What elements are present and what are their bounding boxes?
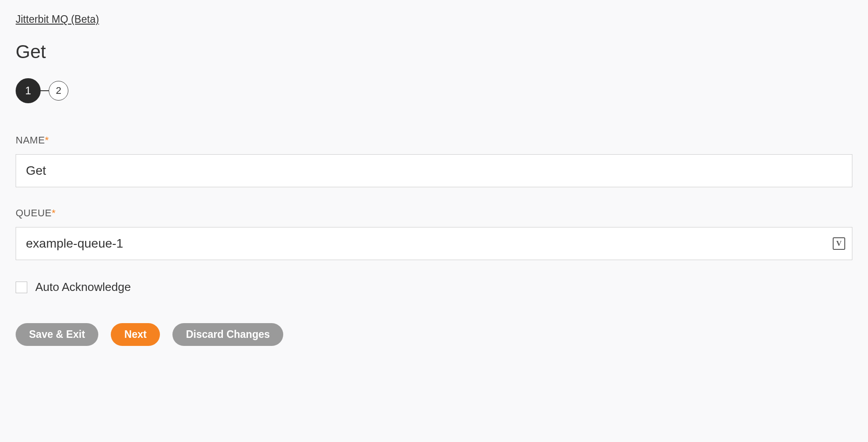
queue-field-group: QUEUE* V	[16, 207, 852, 260]
auto-ack-checkbox[interactable]	[16, 282, 27, 293]
auto-ack-label: Auto Acknowledge	[35, 280, 131, 294]
name-label-text: NAME	[16, 135, 45, 146]
name-field-group: NAME*	[16, 135, 852, 187]
page-title: Get	[16, 41, 852, 63]
save-exit-button[interactable]: Save & Exit	[16, 323, 98, 346]
queue-label: QUEUE*	[16, 207, 852, 219]
auto-ack-row: Auto Acknowledge	[16, 280, 852, 294]
step-1[interactable]: 1	[16, 78, 41, 103]
queue-input[interactable]	[16, 227, 852, 260]
discard-changes-button[interactable]: Discard Changes	[172, 323, 283, 346]
breadcrumb-link[interactable]: Jitterbit MQ (Beta)	[16, 13, 99, 25]
button-row: Save & Exit Next Discard Changes	[16, 323, 852, 346]
name-label: NAME*	[16, 135, 852, 146]
variable-icon[interactable]: V	[833, 237, 845, 250]
breadcrumb: Jitterbit MQ (Beta)	[16, 13, 852, 25]
stepper: 1 2	[16, 78, 852, 103]
name-input[interactable]	[16, 154, 852, 187]
required-asterisk: *	[45, 135, 49, 146]
queue-input-wrapper: V	[16, 227, 852, 260]
step-connector	[41, 90, 49, 91]
queue-label-text: QUEUE	[16, 207, 52, 219]
required-asterisk: *	[52, 207, 56, 219]
next-button[interactable]: Next	[111, 323, 160, 346]
step-2[interactable]: 2	[49, 81, 68, 101]
